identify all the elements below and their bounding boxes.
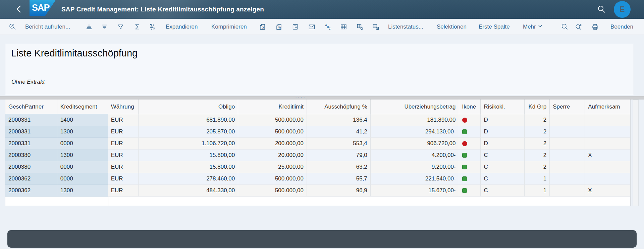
column-header[interactable]: Obligo	[139, 99, 238, 114]
table-cell[interactable]: 2000380	[5, 150, 57, 161]
table-cell[interactable]: D	[481, 126, 525, 138]
column-header[interactable]: Aufmerksam	[585, 99, 630, 114]
table-cell[interactable]: 2	[525, 114, 550, 126]
send-mail-button[interactable]	[308, 23, 316, 31]
table-cell[interactable]: EUR	[108, 126, 139, 138]
table-cell[interactable]: 1	[525, 173, 550, 185]
table-cell[interactable]	[550, 114, 585, 126]
table-row[interactable]: 20003620000EUR278.460,00500.000,0055,722…	[5, 173, 630, 185]
table-cell[interactable]: 681.890,00	[139, 114, 238, 126]
export-word-button[interactable]: w	[275, 23, 283, 31]
table-cell[interactable]	[585, 161, 630, 173]
sum-button[interactable]	[133, 23, 141, 31]
table-cell[interactable]	[459, 150, 481, 161]
table-cell[interactable]: 9.200,00-	[371, 161, 459, 173]
table-cell[interactable]: 0000	[57, 161, 108, 173]
table-cell[interactable]	[550, 185, 585, 197]
export-excel-button[interactable]: x	[259, 23, 266, 31]
table-cell[interactable]: 15.670,00-	[371, 185, 459, 197]
table-cell[interactable]	[585, 138, 630, 150]
subtotal-button[interactable]	[149, 23, 156, 31]
table-cell[interactable]: 1300	[57, 185, 108, 197]
table-cell[interactable]: 96,9	[307, 185, 371, 197]
grid-view-button[interactable]	[340, 23, 347, 31]
table-cell[interactable]: 41,2	[307, 126, 371, 138]
table-cell[interactable]: 4.200,00-	[371, 150, 459, 161]
column-header[interactable]: Kd Grp	[525, 99, 550, 114]
table-cell[interactable]: 2	[525, 138, 550, 150]
table-cell[interactable]: 0000	[57, 173, 108, 185]
mehr-button[interactable]: Mehr	[523, 24, 543, 30]
table-cell[interactable]	[459, 161, 481, 173]
table-cell[interactable]: 2	[525, 126, 550, 138]
table-cell[interactable]: C	[481, 161, 525, 173]
table-cell[interactable]: 15.800,00	[139, 150, 238, 161]
beenden-button[interactable]: Beenden	[610, 24, 633, 30]
table-cell[interactable]: 484.330,00	[139, 185, 238, 197]
table-cell[interactable]	[550, 138, 585, 150]
table-cell[interactable]: 278.460,00	[139, 173, 238, 185]
table-cell[interactable]: 200.000,00	[238, 138, 307, 150]
table-cell[interactable]	[585, 126, 630, 138]
table-cell[interactable]: 1300	[57, 150, 108, 161]
table-cell[interactable]: 500.000,00	[238, 185, 307, 197]
erste-spalte-button[interactable]: Erste Spalte	[479, 24, 510, 30]
column-header[interactable]: Kreditsegment	[57, 99, 108, 114]
table-cell[interactable]: EUR	[108, 173, 139, 185]
back-button[interactable]	[15, 5, 23, 14]
listenstatus-button[interactable]: Listenstatus...	[388, 24, 423, 30]
table-cell[interactable]	[459, 185, 481, 197]
table-cell[interactable]: 500.000,00	[238, 173, 307, 185]
table-cell[interactable]: 2000331	[5, 138, 57, 150]
table-cell[interactable]	[459, 138, 481, 150]
table-cell[interactable]: 2	[525, 161, 550, 173]
table-cell[interactable]: X	[585, 150, 630, 161]
column-header[interactable]: Kreditlimit	[238, 99, 307, 114]
column-header[interactable]: Überziehungsbetrag	[371, 99, 459, 114]
table-cell[interactable]: D	[481, 114, 525, 126]
table-row[interactable]: 20003801300EUR15.800,0020.000,0079,04.20…	[5, 150, 630, 161]
table-scrollbar[interactable]	[633, 99, 639, 206]
table-cell[interactable]: 2000380	[5, 161, 57, 173]
table-cell[interactable]	[550, 173, 585, 185]
table-cell[interactable]: 15.800,00	[139, 161, 238, 173]
table-cell[interactable]: EUR	[108, 150, 139, 161]
bericht-aufrufen-button[interactable]: Bericht aufrufen...	[25, 24, 70, 30]
table-cell[interactable]: EUR	[108, 161, 139, 173]
table-cell[interactable]: C	[481, 150, 525, 161]
table-cell[interactable]: C	[481, 173, 525, 185]
table-row[interactable]: 20003800000EUR15.800,0025.000,0063,29.20…	[5, 161, 630, 173]
table-cell[interactable]: 181.890,00	[371, 114, 459, 126]
appbar-search-button[interactable]	[597, 5, 606, 14]
table-cell[interactable]: 1300	[57, 126, 108, 138]
find-next-button[interactable]	[575, 23, 583, 31]
table-cell[interactable]: 205.870,00	[139, 126, 238, 138]
table-cell[interactable]: 63,2	[307, 161, 371, 173]
selektionen-button[interactable]: Selektionen	[437, 24, 467, 30]
table-cell[interactable]: X	[585, 185, 630, 197]
table-row[interactable]: 20003310000EUR1.106.720,00200.000,00553,…	[5, 138, 630, 150]
table-cell[interactable]: 136,4	[307, 114, 371, 126]
table-cell[interactable]: 1.106.720,00	[139, 138, 238, 150]
table-cell[interactable]: 2000362	[5, 173, 57, 185]
column-header[interactable]: Risikokl.	[481, 99, 525, 114]
table-cell[interactable]	[585, 114, 630, 126]
table-cell[interactable]	[550, 150, 585, 161]
table-cell[interactable]	[585, 173, 630, 185]
column-header[interactable]: Sperre	[550, 99, 585, 114]
abc-analysis-button[interactable]: ABC	[324, 23, 332, 31]
table-cell[interactable]: 2000362	[5, 185, 57, 197]
export-file-button[interactable]	[291, 23, 299, 31]
details-button[interactable]	[9, 23, 16, 31]
table-cell[interactable]: EUR	[108, 185, 139, 197]
table-cell[interactable]: C	[481, 185, 525, 197]
table-cell[interactable]: 553,4	[307, 138, 371, 150]
table-cell[interactable]	[459, 173, 481, 185]
table-cell[interactable]: 55,7	[307, 173, 371, 185]
splitter-bar[interactable]: ····	[0, 96, 644, 99]
filter-button[interactable]	[117, 23, 124, 31]
table-cell[interactable]: 221.540,00-	[371, 173, 459, 185]
table-cell[interactable]	[459, 126, 481, 138]
find-button[interactable]	[561, 23, 569, 31]
table-cell[interactable]	[459, 114, 481, 126]
